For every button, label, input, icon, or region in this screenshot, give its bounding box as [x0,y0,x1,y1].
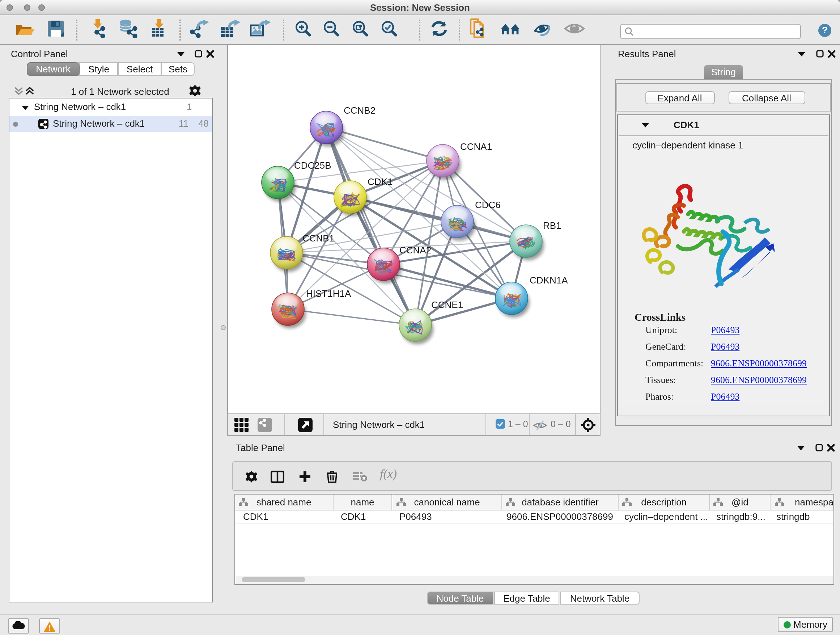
svg-text:CCNB2: CCNB2 [344,105,376,116]
svg-text:RB1: RB1 [543,220,561,231]
svg-text:CDC6: CDC6 [475,200,501,211]
svg-text:CCNB1: CCNB1 [302,233,334,244]
svg-text:CDKN1A: CDKN1A [530,275,568,286]
svg-text:CDK1: CDK1 [368,176,393,187]
svg-text:HIST1H1A: HIST1H1A [306,288,351,299]
svg-text:CDC25B: CDC25B [294,160,332,171]
svg-text:CCNA2: CCNA2 [399,245,431,256]
svg-text:CCNA1: CCNA1 [460,141,492,152]
svg-text:CCNE1: CCNE1 [431,299,463,310]
